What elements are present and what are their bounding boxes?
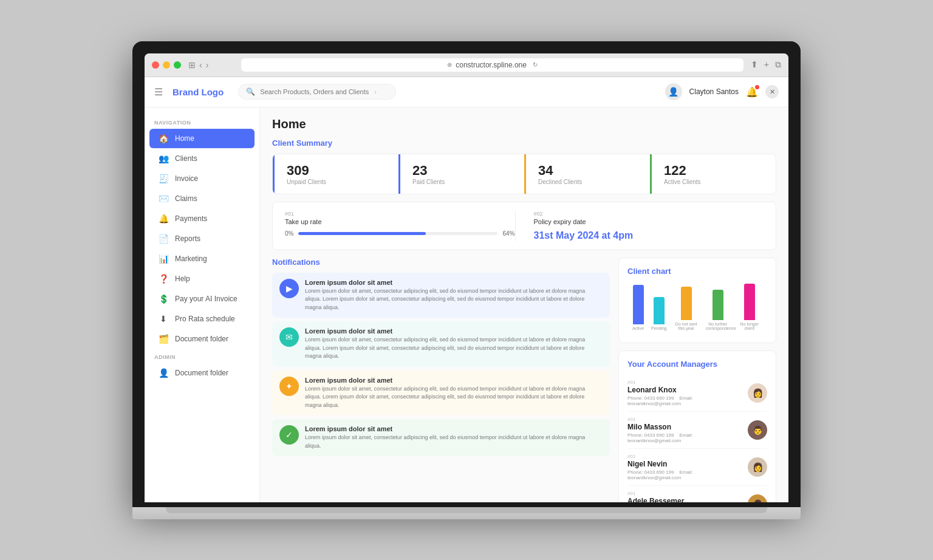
- notif-avatar-4: ✓: [279, 425, 299, 445]
- bar-active: [633, 285, 644, 324]
- manager-name-4: Adele Bessemer: [627, 497, 742, 502]
- manager-avatar-2: 👨: [748, 420, 767, 440]
- manager-contact-1: Phone: 0433 690 199 Email: leonardknox@g…: [627, 395, 742, 406]
- doc-folder-admin-icon: 👤: [158, 368, 169, 378]
- browser-right-icons: ⬆ + ⧉: [751, 60, 781, 70]
- manager-avatar-1: 👩: [748, 383, 767, 403]
- sidebar-item-invoice-label: Invoice: [175, 174, 198, 183]
- chart-bar-no-further: No further correspondence: [706, 290, 730, 330]
- sidebar-toggle-icon[interactable]: ⊞: [188, 60, 196, 70]
- chart-bars: Active Pending Do not sent: [627, 282, 767, 330]
- notif-title-4: Lorem ipsum dolor sit amet: [305, 425, 603, 432]
- manager-item-1: #01 Leonard Knox Phone: 0433 690 199 Ema…: [627, 375, 767, 412]
- nav-section-label: NAVIGATION: [145, 115, 259, 128]
- sidebar-item-payments[interactable]: 🔔 Payments: [149, 209, 255, 228]
- user-avatar: 👤: [665, 83, 682, 100]
- search-bar[interactable]: 🔍 ›: [238, 84, 396, 100]
- sidebar-item-pro-rata-label: Pro Rata schedule: [175, 315, 235, 323]
- sidebar-item-doc-folder-admin[interactable]: 👤 Document folder: [149, 363, 255, 383]
- marketing-icon: 📊: [158, 254, 169, 264]
- notification-icon[interactable]: 🔔: [746, 86, 758, 98]
- progress-end: 64%: [502, 230, 514, 237]
- manager-item-3: #01 Nigel Nevin Phone: 0433 690 199 Emai…: [627, 449, 767, 486]
- share-icon[interactable]: ⬆: [751, 60, 758, 70]
- invoice-icon: 🧾: [158, 174, 169, 183]
- bar-not-sent-label: Do not sent this year: [674, 322, 699, 330]
- sidebar-item-doc-folder-nav[interactable]: 🗂️ Document folder: [149, 329, 255, 349]
- notif-content-3: Lorem ipsum dolor sit amet Lorem ipsum d…: [305, 377, 603, 410]
- address-bar[interactable]: ⊕ constructor.spline.one ↻: [241, 58, 743, 72]
- declined-count: 34: [538, 163, 582, 179]
- close-traffic-light[interactable]: [152, 61, 159, 69]
- manager-num-2: #01: [627, 417, 742, 422]
- managers-title: Your Account Managers: [627, 360, 767, 369]
- metric-take-up-rate: #01 Take up rate 0% 64%: [285, 211, 515, 241]
- policy-date: 31st May 2024 at 4pm: [534, 230, 764, 241]
- hamburger-menu-icon[interactable]: ☰: [154, 86, 163, 98]
- bar-no-longer-label: No longer client: [737, 322, 762, 330]
- sidebar-item-claims[interactable]: ✉️ Claims: [149, 189, 255, 208]
- sidebar-item-doc-folder-nav-label: Document folder: [175, 335, 228, 343]
- managers-section: Your Account Managers #01 Leonard Knox P…: [618, 350, 776, 502]
- sidebar-item-marketing[interactable]: 📊 Marketing: [149, 249, 255, 268]
- close-app-button[interactable]: ✕: [765, 85, 779, 98]
- manager-name-1: Leonard Knox: [627, 386, 742, 394]
- bar-pending-label: Pending: [651, 326, 667, 330]
- page-title: Home: [272, 117, 776, 131]
- sidebar-item-pay-ai[interactable]: 💲 Pay your AI Invoice: [149, 289, 255, 309]
- notif-item-4[interactable]: ✓ Lorem ipsum dolor sit amet Lorem ipsum…: [272, 419, 610, 456]
- notif-item-1[interactable]: ▶ Lorem ipsum dolor sit amet Lorem ipsum…: [272, 273, 610, 318]
- bar-no-further: [713, 290, 723, 320]
- progress-bar-container: 0% 64%: [285, 230, 515, 237]
- sidebar-item-home[interactable]: 🏠 Home: [149, 129, 255, 148]
- app-container: ☰ Brand Logo 🔍 › 👤 Clayton Santos 🔔: [145, 77, 788, 502]
- main-content: Home Client Summary 309 Unpaid Clients: [260, 108, 788, 502]
- sidebar: NAVIGATION 🏠 Home 👥 Clients 🧾 Invoice: [145, 108, 260, 502]
- manager-phone-2: Phone: 0433 690 199: [627, 432, 674, 438]
- tabs-icon[interactable]: ⧉: [775, 60, 781, 70]
- sidebar-item-invoice[interactable]: 🧾 Invoice: [149, 169, 255, 188]
- main-layout: NAVIGATION 🏠 Home 👥 Clients 🧾 Invoice: [145, 108, 788, 502]
- chart-bar-no-longer: No longer client: [737, 284, 762, 330]
- maximize-traffic-light[interactable]: [174, 61, 181, 69]
- sidebar-item-doc-folder-admin-label: Document folder: [175, 369, 228, 377]
- sidebar-item-help[interactable]: ❓ Help: [149, 269, 255, 289]
- lock-icon: ⊕: [447, 61, 452, 68]
- progress-fill: [298, 232, 426, 235]
- back-icon[interactable]: ‹: [199, 60, 202, 70]
- new-tab-icon[interactable]: +: [764, 60, 769, 70]
- sidebar-item-clients-label: Clients: [175, 154, 197, 163]
- notif-avatar-1: ▶: [279, 279, 299, 298]
- metric-policy-expiry: #02 Policy expiry date 31st May 2024 at …: [515, 211, 764, 241]
- sidebar-item-home-label: Home: [175, 134, 194, 143]
- notif-avatar-3: ✦: [279, 377, 299, 396]
- unpaid-count: 309: [287, 163, 326, 179]
- forward-icon[interactable]: ›: [206, 60, 209, 70]
- sidebar-item-help-label: Help: [175, 275, 190, 283]
- sidebar-item-clients[interactable]: 👥 Clients: [149, 149, 255, 168]
- manager-name-3: Nigel Nevin: [627, 460, 742, 468]
- minimize-traffic-light[interactable]: [163, 61, 170, 69]
- user-name: Clayton Santos: [689, 87, 739, 96]
- chart-section: Client chart Active Pending: [618, 258, 776, 343]
- home-icon: 🏠: [158, 134, 169, 143]
- summary-card-unpaid: 309 Unpaid Clients: [273, 154, 398, 194]
- progress-start: 0%: [285, 230, 293, 237]
- claims-icon: ✉️: [158, 194, 169, 203]
- search-submit-icon[interactable]: ›: [374, 88, 377, 95]
- notif-title-1: Lorem ipsum dolor sit amet: [305, 279, 603, 286]
- bar-not-sent: [681, 287, 692, 320]
- clients-icon: 👥: [158, 154, 169, 163]
- sidebar-item-pro-rata[interactable]: ⬇ Pro Rata schedule: [149, 309, 255, 329]
- client-summary-title: Client Summary: [272, 138, 776, 148]
- manager-name-2: Milo Masson: [627, 423, 742, 431]
- refresh-icon[interactable]: ↻: [533, 61, 538, 68]
- progress-bar: [298, 232, 497, 235]
- browser-titlebar: ⊞ ‹ › ⊕ constructor.spline.one ↻ ⬆ + ⧉: [145, 53, 788, 77]
- chart-bar-not-sent: Do not sent this year: [674, 287, 699, 330]
- search-input[interactable]: [260, 88, 369, 95]
- notif-avatar-2: ✉: [279, 327, 299, 347]
- sidebar-item-reports[interactable]: 📄 Reports: [149, 229, 255, 248]
- notif-item-2[interactable]: ✉ Lorem ipsum dolor sit amet Lorem ipsum…: [272, 321, 610, 367]
- notif-item-3[interactable]: ✦ Lorem ipsum dolor sit amet Lorem ipsum…: [272, 370, 610, 416]
